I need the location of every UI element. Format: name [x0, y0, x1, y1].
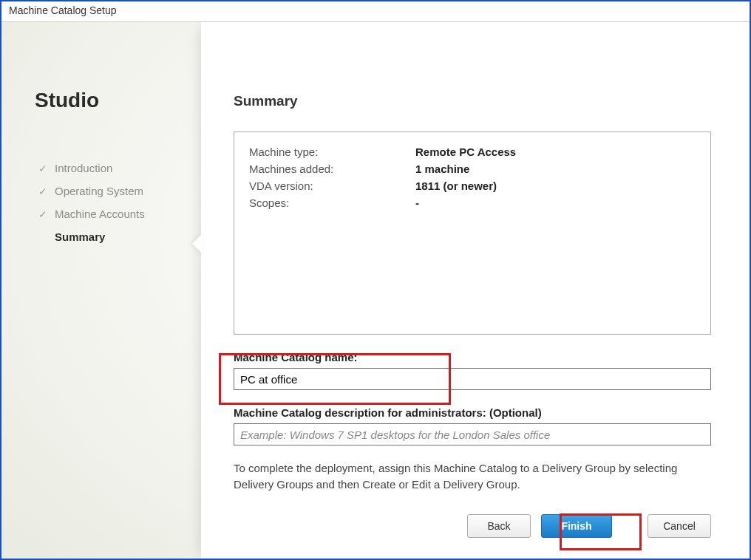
summary-value: - [415, 197, 419, 209]
summary-box: Machine type: Remote PC Access Machines … [234, 132, 711, 335]
catalog-description-label: Machine Catalog description for administ… [234, 406, 711, 419]
wizard-body: Studio ✓ Introduction ✓ Operating System… [1, 22, 750, 559]
main-inner: Summary Machine type: Remote PC Access M… [201, 22, 750, 559]
check-icon: ✓ [38, 185, 50, 197]
summary-label: Machine type: [249, 146, 415, 158]
catalog-description-input[interactable] [234, 423, 711, 445]
wizard-steps-list: ✓ Introduction ✓ Operating System ✓ Mach… [35, 157, 190, 248]
summary-row: VDA version: 1811 (or newer) [249, 180, 696, 192]
wizard-step-label: Machine Accounts [55, 208, 145, 220]
wizard-step-label: Operating System [55, 185, 143, 197]
wizard-step-summary[interactable]: ✓ Summary [35, 225, 190, 248]
cancel-button[interactable]: Cancel [648, 514, 711, 538]
catalog-name-label: Machine Catalog name: [234, 351, 711, 363]
wizard-step-label: Summary [55, 231, 105, 243]
summary-value: Remote PC Access [415, 146, 516, 158]
app-title: Studio [35, 89, 190, 112]
wizard-step-label: Introduction [55, 162, 112, 174]
summary-label: Scopes: [249, 197, 415, 209]
summary-row: Machines added: 1 machine [249, 163, 696, 175]
check-icon: ✓ [38, 163, 50, 174]
wizard-window: Machine Catalog Setup Studio ✓ Introduct… [0, 0, 751, 560]
back-button[interactable]: Back [467, 514, 531, 538]
main-panel: Summary Machine type: Remote PC Access M… [201, 22, 750, 559]
wizard-sidebar: Studio ✓ Introduction ✓ Operating System… [35, 89, 190, 248]
page-heading: Summary [234, 93, 711, 109]
finish-button[interactable]: Finish [541, 514, 612, 538]
summary-label: VDA version: [249, 180, 415, 192]
wizard-step-introduction[interactable]: ✓ Introduction [35, 157, 190, 180]
wizard-step-machine-accounts[interactable]: ✓ Machine Accounts [35, 202, 190, 225]
completion-hint: To complete the deployment, assign this … [234, 460, 711, 493]
summary-row: Scopes: - [249, 197, 696, 209]
summary-value: 1811 (or newer) [415, 180, 497, 192]
wizard-step-operating-system[interactable]: ✓ Operating System [35, 180, 190, 202]
button-row: Back Finish Cancel [467, 514, 711, 538]
summary-label: Machines added: [249, 163, 415, 175]
summary-row: Machine type: Remote PC Access [249, 146, 696, 158]
summary-value: 1 machine [415, 163, 469, 175]
catalog-name-input[interactable] [234, 368, 711, 390]
window-title: Machine Catalog Setup [1, 1, 750, 22]
check-icon: ✓ [38, 208, 50, 220]
